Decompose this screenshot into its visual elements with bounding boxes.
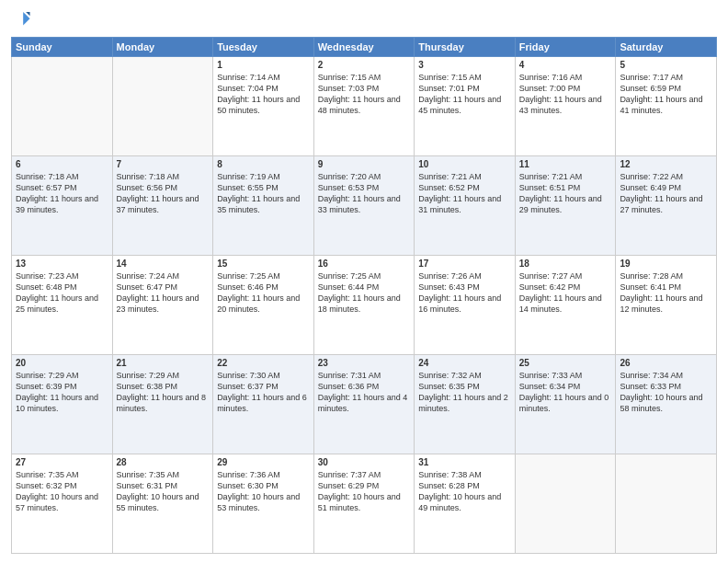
- calendar-cell: 3Sunrise: 7:15 AM Sunset: 7:01 PM Daylig…: [415, 57, 516, 156]
- calendar-cell: 1Sunrise: 7:14 AM Sunset: 7:04 PM Daylig…: [213, 57, 314, 156]
- day-info: Sunrise: 7:14 AM Sunset: 7:04 PM Dayligh…: [217, 72, 310, 117]
- calendar-cell: 7Sunrise: 7:18 AM Sunset: 6:56 PM Daylig…: [112, 156, 213, 256]
- calendar-cell: 24Sunrise: 7:32 AM Sunset: 6:35 PM Dayli…: [415, 355, 516, 454]
- day-number: 10: [418, 159, 511, 169]
- calendar-week-1: 1Sunrise: 7:14 AM Sunset: 7:04 PM Daylig…: [12, 57, 717, 156]
- calendar-cell: 13Sunrise: 7:23 AM Sunset: 6:48 PM Dayli…: [12, 256, 113, 355]
- day-number: 23: [318, 358, 411, 368]
- day-info: Sunrise: 7:29 AM Sunset: 6:38 PM Dayligh…: [117, 370, 210, 415]
- day-number: 15: [217, 259, 310, 269]
- logo: [11, 9, 35, 29]
- day-number: 20: [16, 358, 108, 368]
- calendar-week-3: 13Sunrise: 7:23 AM Sunset: 6:48 PM Dayli…: [12, 256, 717, 355]
- day-info: Sunrise: 7:36 AM Sunset: 6:30 PM Dayligh…: [217, 469, 310, 514]
- day-number: 9: [318, 159, 411, 169]
- calendar-cell: 25Sunrise: 7:33 AM Sunset: 6:34 PM Dayli…: [515, 355, 616, 454]
- calendar-cell: [112, 57, 213, 156]
- day-info: Sunrise: 7:34 AM Sunset: 6:33 PM Dayligh…: [620, 370, 712, 415]
- calendar-cell: 15Sunrise: 7:25 AM Sunset: 6:46 PM Dayli…: [213, 256, 314, 355]
- day-header-wednesday: Wednesday: [313, 38, 415, 57]
- day-info: Sunrise: 7:22 AM Sunset: 6:49 PM Dayligh…: [620, 171, 712, 216]
- day-number: 30: [318, 457, 411, 467]
- calendar-week-2: 6Sunrise: 7:18 AM Sunset: 6:57 PM Daylig…: [12, 156, 717, 256]
- calendar-cell: [12, 57, 113, 156]
- day-number: 4: [519, 60, 612, 70]
- day-info: Sunrise: 7:21 AM Sunset: 6:52 PM Dayligh…: [418, 171, 511, 216]
- day-number: 2: [318, 60, 411, 70]
- calendar-cell: 31Sunrise: 7:38 AM Sunset: 6:28 PM Dayli…: [415, 454, 516, 554]
- day-number: 6: [16, 159, 108, 169]
- page-container: SundayMondayTuesdayWednesdayThursdayFrid…: [0, 0, 728, 563]
- day-number: 13: [16, 259, 108, 269]
- day-number: 16: [318, 259, 411, 269]
- calendar-cell: 19Sunrise: 7:28 AM Sunset: 6:41 PM Dayli…: [616, 256, 717, 355]
- day-number: 25: [519, 358, 612, 368]
- calendar-cell: 8Sunrise: 7:19 AM Sunset: 6:55 PM Daylig…: [213, 156, 314, 256]
- day-info: Sunrise: 7:25 AM Sunset: 6:46 PM Dayligh…: [217, 270, 310, 316]
- day-number: 3: [418, 60, 511, 70]
- day-info: Sunrise: 7:30 AM Sunset: 6:37 PM Dayligh…: [217, 370, 310, 415]
- day-number: 1: [217, 60, 310, 70]
- day-info: Sunrise: 7:33 AM Sunset: 6:34 PM Dayligh…: [519, 370, 612, 415]
- day-number: 27: [16, 457, 108, 467]
- day-header-friday: Friday: [515, 38, 616, 57]
- day-number: 22: [217, 358, 310, 368]
- day-number: 12: [620, 159, 712, 169]
- day-number: 17: [418, 259, 511, 269]
- calendar-week-5: 27Sunrise: 7:35 AM Sunset: 6:32 PM Dayli…: [12, 454, 717, 554]
- day-info: Sunrise: 7:17 AM Sunset: 6:59 PM Dayligh…: [620, 72, 712, 117]
- day-number: 26: [620, 358, 712, 368]
- day-info: Sunrise: 7:38 AM Sunset: 6:28 PM Dayligh…: [418, 469, 511, 514]
- day-info: Sunrise: 7:35 AM Sunset: 6:32 PM Dayligh…: [16, 469, 108, 514]
- day-number: 8: [217, 159, 310, 169]
- calendar-table: SundayMondayTuesdayWednesdayThursdayFrid…: [11, 37, 717, 554]
- day-info: Sunrise: 7:21 AM Sunset: 6:51 PM Dayligh…: [519, 171, 612, 216]
- day-info: Sunrise: 7:35 AM Sunset: 6:31 PM Dayligh…: [117, 469, 210, 514]
- calendar-cell: 21Sunrise: 7:29 AM Sunset: 6:38 PM Dayli…: [112, 355, 213, 454]
- day-header-saturday: Saturday: [616, 38, 717, 57]
- day-number: 21: [117, 358, 210, 368]
- day-info: Sunrise: 7:31 AM Sunset: 6:36 PM Dayligh…: [318, 370, 411, 415]
- day-number: 14: [117, 259, 210, 269]
- day-header-thursday: Thursday: [415, 38, 516, 57]
- day-header-monday: Monday: [112, 38, 213, 57]
- calendar-cell: 28Sunrise: 7:35 AM Sunset: 6:31 PM Dayli…: [112, 454, 213, 554]
- day-info: Sunrise: 7:26 AM Sunset: 6:43 PM Dayligh…: [418, 270, 511, 316]
- day-number: 11: [519, 159, 612, 169]
- day-info: Sunrise: 7:18 AM Sunset: 6:56 PM Dayligh…: [117, 171, 210, 216]
- calendar-cell: 9Sunrise: 7:20 AM Sunset: 6:53 PM Daylig…: [313, 156, 415, 256]
- header: [11, 9, 717, 29]
- day-header-tuesday: Tuesday: [213, 38, 314, 57]
- calendar-cell: 6Sunrise: 7:18 AM Sunset: 6:57 PM Daylig…: [12, 156, 113, 256]
- calendar-cell: 23Sunrise: 7:31 AM Sunset: 6:36 PM Dayli…: [313, 355, 415, 454]
- day-number: 29: [217, 457, 310, 467]
- calendar-cell: 22Sunrise: 7:30 AM Sunset: 6:37 PM Dayli…: [213, 355, 314, 454]
- day-info: Sunrise: 7:32 AM Sunset: 6:35 PM Dayligh…: [418, 370, 511, 415]
- calendar-cell: 12Sunrise: 7:22 AM Sunset: 6:49 PM Dayli…: [616, 156, 717, 256]
- day-info: Sunrise: 7:37 AM Sunset: 6:29 PM Dayligh…: [318, 469, 411, 514]
- day-info: Sunrise: 7:19 AM Sunset: 6:55 PM Dayligh…: [217, 171, 310, 216]
- day-info: Sunrise: 7:15 AM Sunset: 7:01 PM Dayligh…: [418, 72, 511, 117]
- calendar-header-row: SundayMondayTuesdayWednesdayThursdayFrid…: [12, 38, 717, 57]
- day-header-sunday: Sunday: [12, 38, 113, 57]
- day-info: Sunrise: 7:24 AM Sunset: 6:47 PM Dayligh…: [117, 270, 210, 316]
- day-number: 28: [117, 457, 210, 467]
- calendar-cell: 5Sunrise: 7:17 AM Sunset: 6:59 PM Daylig…: [616, 57, 717, 156]
- day-number: 5: [620, 60, 712, 70]
- calendar-cell: [515, 454, 616, 554]
- day-number: 24: [418, 358, 511, 368]
- day-info: Sunrise: 7:25 AM Sunset: 6:44 PM Dayligh…: [318, 270, 411, 316]
- calendar-cell: 14Sunrise: 7:24 AM Sunset: 6:47 PM Dayli…: [112, 256, 213, 355]
- day-number: 7: [117, 159, 210, 169]
- calendar-cell: 18Sunrise: 7:27 AM Sunset: 6:42 PM Dayli…: [515, 256, 616, 355]
- logo-icon: [11, 9, 31, 29]
- day-number: 18: [519, 259, 612, 269]
- calendar-cell: 2Sunrise: 7:15 AM Sunset: 7:03 PM Daylig…: [313, 57, 415, 156]
- calendar-cell: 10Sunrise: 7:21 AM Sunset: 6:52 PM Dayli…: [415, 156, 516, 256]
- calendar-cell: 17Sunrise: 7:26 AM Sunset: 6:43 PM Dayli…: [415, 256, 516, 355]
- day-info: Sunrise: 7:23 AM Sunset: 6:48 PM Dayligh…: [16, 270, 108, 316]
- calendar-cell: 11Sunrise: 7:21 AM Sunset: 6:51 PM Dayli…: [515, 156, 616, 256]
- day-info: Sunrise: 7:29 AM Sunset: 6:39 PM Dayligh…: [16, 370, 108, 415]
- day-info: Sunrise: 7:16 AM Sunset: 7:00 PM Dayligh…: [519, 72, 612, 117]
- day-info: Sunrise: 7:18 AM Sunset: 6:57 PM Dayligh…: [16, 171, 108, 216]
